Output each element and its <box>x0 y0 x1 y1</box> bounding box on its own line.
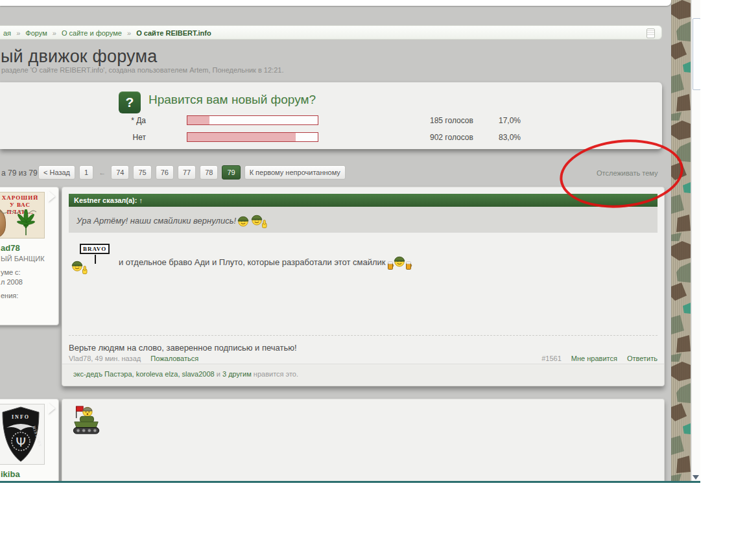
post1-body-text: и отдельное браво Ади и Плуто, которые р… <box>119 257 386 267</box>
breadcrumb-separator: » <box>127 29 131 37</box>
shield-text-info: INFO <box>12 414 30 420</box>
report-link[interactable]: Пожаловаться <box>150 355 198 362</box>
tank-smiley-icon <box>71 404 101 436</box>
breadcrumb-link-home[interactable]: ая <box>3 29 11 37</box>
reply-link[interactable]: Ответить <box>627 355 658 362</box>
post2-message-card <box>62 399 665 482</box>
camouflage-streaks <box>671 0 691 482</box>
post1-footer: Vlad78, 49 мин. назад Пожаловаться #1561… <box>69 355 658 362</box>
bravo-sign: BRAVO <box>80 244 110 254</box>
breadcrumb-separator: » <box>16 29 20 37</box>
reibert-shield-emblem: INFO Ψ HISTORY <box>0 406 42 464</box>
bravo-smiley: BRAVO <box>71 244 108 274</box>
page-button-current-79[interactable]: 79 <box>222 165 240 180</box>
poll-vote-count: 902 голосов <box>430 133 473 142</box>
post1-message-card: Kestner сказал(а): ↑ Ура Артёму! наши см… <box>62 187 665 386</box>
like-link[interactable]: Мне нравится <box>571 355 617 362</box>
quote-body: Ура Артёму! наши смайлики вернулись! <box>69 207 658 233</box>
poll-option-no: Нет 902 голосов 83,0% <box>0 132 662 143</box>
window-bottom-edge <box>0 481 700 483</box>
breadcrumb-link-forum[interactable]: Форум <box>25 29 47 37</box>
joined-value: л 2008 <box>1 277 54 287</box>
helmet-thumbsup-smiley-icon <box>250 213 268 228</box>
poll-vote-count: 185 голосов <box>430 116 473 125</box>
poll-percent: 83,0% <box>499 133 521 142</box>
page-button-78[interactable]: 78 <box>200 165 218 180</box>
quote-header[interactable]: Kestner сказал(а): ↑ <box>69 194 658 207</box>
poll-result-bar <box>187 115 318 125</box>
poll-result-bar <box>187 132 318 142</box>
poll-question: Нравится вам новый форум? <box>148 93 316 107</box>
likes-and: и <box>215 370 222 378</box>
poll-option-yes: * Да 185 голосов 17,0% <box>0 115 662 126</box>
poll-result-fill <box>187 116 209 124</box>
page-button-77[interactable]: 77 <box>178 165 196 180</box>
likes-suffix: нравится это. <box>252 370 298 378</box>
page-subtitle: разделе 'О сайте REIBERT.info', создана … <box>1 66 283 74</box>
poll-question-icon: ? <box>119 91 141 113</box>
page-title: ый движок форума <box>1 47 157 67</box>
beer-smiley-icon <box>388 254 412 270</box>
post1-user-card: ХАРОШИЙ У ВАС ПЛАН... <box>0 187 59 325</box>
post1-username[interactable]: ad78 <box>1 243 54 253</box>
watch-topic-link[interactable]: Отслеживать тему <box>597 169 658 177</box>
page-button-1[interactable]: 1 <box>79 165 93 180</box>
svg-text:Ψ: Ψ <box>16 434 26 450</box>
poll-percent: 17,0% <box>499 116 521 125</box>
prev-page-button[interactable]: < Назад <box>38 165 75 180</box>
breadcrumb: ая » Форум » О сайте и форуме » О сайте … <box>0 25 662 40</box>
skip-arrow: ← <box>97 169 107 176</box>
browser-page: ая » Форум » О сайте и форуме » О сайте … <box>0 0 700 483</box>
post2-avatar[interactable]: INFO Ψ HISTORY <box>0 404 45 465</box>
post1-avatar[interactable]: ХАРОШИЙ У ВАС ПЛАН... <box>0 192 45 239</box>
poll-result-fill <box>187 133 296 141</box>
quote-block: Kestner сказал(а): ↑ Ура Артёму! наши см… <box>69 194 658 233</box>
post1-bubble-tail <box>48 191 61 202</box>
page-button-75[interactable]: 75 <box>133 165 151 180</box>
page-button-74[interactable]: 74 <box>111 165 129 180</box>
post-number: #1561 <box>541 355 562 362</box>
poll-option-label: Нет <box>97 133 146 142</box>
avatar-caption-line1: ХАРОШИЙ <box>0 194 43 202</box>
jump-to-unread-button[interactable]: К первому непрочитанному <box>244 165 346 180</box>
cannabis-leaf <box>11 209 41 237</box>
breadcrumb-link-section[interactable]: О сайте и форуме <box>62 29 122 37</box>
top-toolbar-edge <box>0 0 671 6</box>
post-author-meta: Vlad78, 49 мин. назад <box>69 355 141 362</box>
joined-label: уме с: <box>1 268 54 277</box>
page-icon[interactable] <box>646 29 655 38</box>
breadcrumb-separator: » <box>53 29 56 37</box>
messages-label: ения: <box>1 291 54 301</box>
helmet-thumbsup-smiley-icon <box>71 259 88 274</box>
pagination: а 79 из 79 < Назад 1 ← 74 75 76 77 78 79… <box>0 165 662 180</box>
quote-text: Ура Артёму! наши смайлики вернулись! <box>77 216 236 226</box>
post1-signature: Верьте людям на слово, заверенное подпис… <box>69 335 658 353</box>
post1-likes-bar: экс-дедъ Пастэра, koroleva elza, slava20… <box>62 364 664 386</box>
post1-body: BRAVO и отдельное браво Ади и Плуто, кот… <box>71 244 658 274</box>
breadcrumb-current: О сайте REIBERT.info <box>136 29 211 37</box>
poll-card: ? Нравится вам новый форум? * Да 185 гол… <box>0 82 662 149</box>
likes-others-link[interactable]: 3 другим <box>222 370 252 378</box>
likers-links[interactable]: экс-дедъ Пастэра, koroleva elza, slava20… <box>73 370 215 378</box>
scrollbar-thumb[interactable] <box>693 18 701 90</box>
page-info: а 79 из 79 <box>1 169 38 178</box>
post2-bubble-tail <box>48 402 61 414</box>
post1-user-title: ЫЙ БАНЩИК <box>1 255 54 262</box>
page-button-76[interactable]: 76 <box>156 165 174 180</box>
post2-username[interactable]: ikiba <box>1 469 54 479</box>
poll-option-label: * Да <box>97 116 146 125</box>
helmet-smiley-icon <box>237 214 250 227</box>
